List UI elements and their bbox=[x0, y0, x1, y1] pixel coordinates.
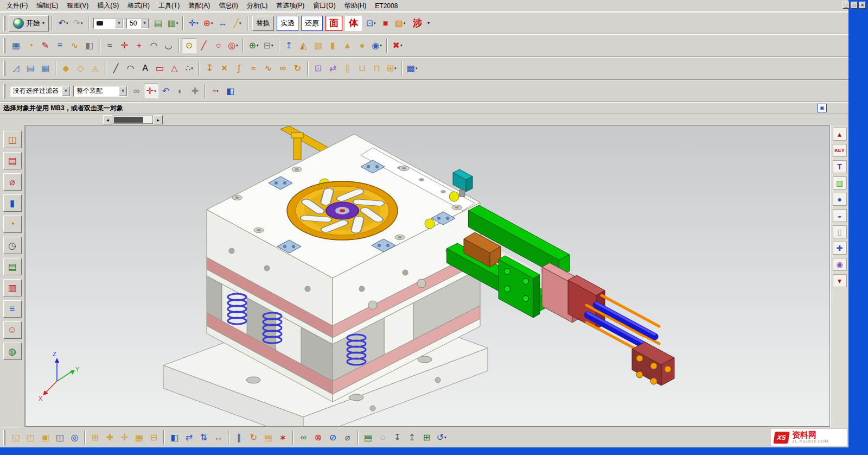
selection-filter-combo[interactable]: 没有选择过滤器 ▼ bbox=[10, 86, 71, 97]
undo-icon[interactable]: ↶▾ bbox=[56, 16, 71, 30]
sheet-body-icon[interactable]: ▦ bbox=[9, 39, 23, 53]
menu-item[interactable]: 信息(I) bbox=[214, 0, 242, 12]
n-sided-surface-icon[interactable]: ◬ bbox=[88, 61, 103, 76]
arc-icon[interactable]: ◠ bbox=[146, 39, 161, 53]
studio-surface-icon[interactable]: ◆ bbox=[59, 61, 73, 76]
scroll-down-icon[interactable]: ▾ bbox=[833, 274, 847, 287]
selection-scope-combo[interactable]: 整个装配 ▼ bbox=[73, 86, 127, 97]
offset-curve-icon[interactable]: ≈ bbox=[246, 61, 261, 76]
create-in-place-icon[interactable]: ✛ bbox=[117, 430, 132, 445]
cone-icon[interactable]: ▲ bbox=[340, 39, 355, 53]
revolve-icon[interactable]: ◭ bbox=[296, 39, 311, 53]
chevron-down-icon[interactable]: ▾ bbox=[374, 21, 376, 26]
notebook-icon[interactable]: ▤ bbox=[3, 258, 22, 275]
scrub-left-icon[interactable]: ◂ bbox=[103, 115, 112, 124]
reports-icon[interactable]: ▤ bbox=[361, 430, 375, 445]
product-outline-icon[interactable]: ◌ bbox=[375, 430, 390, 445]
body-button[interactable]: 体 bbox=[345, 16, 362, 31]
add-component-icon[interactable]: ⊞ bbox=[88, 430, 103, 445]
chevron-down-icon[interactable]: ▾ bbox=[239, 21, 241, 26]
menu-item[interactable]: 窗口(O) bbox=[309, 0, 340, 12]
menu-item[interactable]: 编辑(E) bbox=[32, 0, 62, 12]
sequence-icon[interactable]: ⇄ bbox=[182, 430, 196, 445]
snap-point-icon[interactable]: ✛▾ bbox=[144, 84, 158, 98]
interpart-link-icon[interactable]: ∞ bbox=[129, 84, 144, 98]
instance-feature-icon[interactable]: ▩▾ bbox=[405, 61, 419, 76]
chevron-down-icon[interactable]: ▾ bbox=[257, 43, 259, 48]
combo-caret-icon[interactable]: ▼ bbox=[62, 86, 70, 96]
menu-item[interactable]: 格式(R) bbox=[123, 0, 154, 12]
menu-item[interactable]: 分析(L) bbox=[242, 0, 272, 12]
chevron-down-icon[interactable]: ▾ bbox=[236, 43, 238, 48]
spinner-caret-icon[interactable]: ▼ bbox=[141, 18, 149, 28]
circle-icon[interactable]: ○ bbox=[211, 39, 226, 53]
extrude-icon[interactable]: ↥ bbox=[282, 39, 296, 53]
ruler-icon[interactable]: ╱▾ bbox=[230, 16, 245, 30]
thicken-icon[interactable]: ⊔ bbox=[355, 61, 369, 76]
replace-button[interactable]: 替换 bbox=[252, 16, 274, 31]
chevron-down-icon[interactable]: ▾ bbox=[444, 435, 446, 440]
line-icon[interactable]: ╱ bbox=[196, 39, 211, 53]
cylinder-icon[interactable]: ▮ bbox=[326, 39, 340, 53]
chevron-down-icon[interactable]: ▾ bbox=[427, 21, 430, 26]
shaded-display-icon[interactable]: ◧ bbox=[223, 84, 238, 98]
explode-assembly-icon[interactable]: ◱ bbox=[9, 430, 23, 445]
combo-caret-icon[interactable]: ▼ bbox=[115, 18, 123, 28]
mold-assembly-3d-view[interactable]: Z Y X bbox=[25, 126, 829, 426]
clock-icon[interactable]: ◷ bbox=[3, 237, 22, 254]
hole-icon[interactable]: ◉▾ bbox=[369, 39, 384, 53]
print-icon[interactable]: ▤ bbox=[3, 152, 22, 169]
rectangle-icon[interactable]: ▭ bbox=[152, 61, 167, 76]
project-curve-icon[interactable]: ↧ bbox=[202, 61, 217, 76]
menu-item[interactable]: 插入(S) bbox=[93, 0, 123, 12]
revolved-surface-icon[interactable]: ◔ bbox=[23, 39, 38, 53]
bridge-curve-icon[interactable]: ∿ bbox=[261, 61, 276, 76]
section-curve-icon[interactable]: ∫ bbox=[232, 61, 246, 76]
parts-library-icon[interactable]: ▥ bbox=[833, 176, 847, 189]
work-layer-spinner[interactable]: 50 ▼ bbox=[126, 18, 149, 29]
red-block-icon[interactable]: ■ bbox=[378, 16, 393, 30]
mirror-assembly-icon[interactable]: ◧ bbox=[167, 430, 182, 445]
combo-caret-icon[interactable]: ▼ bbox=[119, 86, 127, 96]
menu-item[interactable]: 装配(A) bbox=[184, 0, 214, 12]
section-surface-icon[interactable]: ◇ bbox=[73, 61, 88, 76]
orient-wcs-icon[interactable]: ⊕▾ bbox=[201, 16, 215, 30]
palette-icon[interactable]: ◒ bbox=[833, 209, 847, 222]
update-icon[interactable]: ↺▾ bbox=[434, 430, 449, 445]
users-icon[interactable]: ☺ bbox=[3, 321, 22, 339]
toolbar-grip[interactable] bbox=[3, 16, 5, 31]
ruled-surface-icon[interactable]: ◿ bbox=[9, 61, 23, 76]
show-dof-icon[interactable]: ↻ bbox=[246, 430, 261, 445]
sew-icon[interactable]: ⊓ bbox=[369, 61, 384, 76]
chevron-down-icon[interactable]: ▾ bbox=[154, 89, 156, 93]
through-curves-icon[interactable]: ▤ bbox=[23, 61, 38, 76]
conic-icon[interactable]: ◡ bbox=[161, 39, 176, 53]
boolean-subtract-icon[interactable]: ⊟▾ bbox=[261, 39, 276, 53]
dialog-rail-icon[interactable]: ▣ bbox=[817, 104, 827, 112]
scrub-right-icon[interactable]: ▸ bbox=[154, 115, 163, 124]
chevron-down-icon[interactable]: ▾ bbox=[66, 21, 68, 26]
chevron-down-icon[interactable]: ▾ bbox=[271, 43, 273, 48]
scrub-handle[interactable] bbox=[114, 117, 143, 123]
line-icon[interactable]: ╱ bbox=[108, 61, 123, 76]
clearance-analysis-icon[interactable]: ⊘ bbox=[326, 430, 340, 445]
chevron-down-icon[interactable]: ▾ bbox=[380, 43, 382, 48]
redo-icon[interactable]: ↷▾ bbox=[71, 16, 85, 30]
open-component-icon[interactable]: ◰ bbox=[23, 430, 38, 445]
menu-item[interactable]: 首选项(P) bbox=[272, 0, 309, 12]
chain-curve-icon[interactable]: ⊙ bbox=[182, 39, 196, 53]
layer-visible-icon[interactable]: ▤ bbox=[151, 16, 165, 30]
interference-check-icon[interactable]: ⊗ bbox=[311, 430, 326, 445]
extract-geometry-icon[interactable]: ⊡ bbox=[311, 61, 326, 76]
templates-icon[interactable]: T bbox=[833, 160, 847, 173]
menu-item[interactable]: ET2008 bbox=[371, 1, 402, 11]
studio-spline-icon[interactable]: ≈ bbox=[103, 39, 117, 53]
materials-icon[interactable]: ● bbox=[833, 193, 847, 206]
chevron-down-icon[interactable]: ▾ bbox=[176, 21, 178, 26]
wrap-curve-icon[interactable]: ↻ bbox=[290, 61, 305, 76]
system-tools-icon[interactable]: ✚ bbox=[833, 242, 847, 255]
toolbar-grip[interactable] bbox=[3, 38, 5, 53]
menu-item[interactable]: 文件(F) bbox=[2, 0, 32, 12]
layer-category-icon[interactable]: ▥▾ bbox=[165, 16, 180, 30]
sketch-icon[interactable]: ✎ bbox=[38, 39, 53, 53]
